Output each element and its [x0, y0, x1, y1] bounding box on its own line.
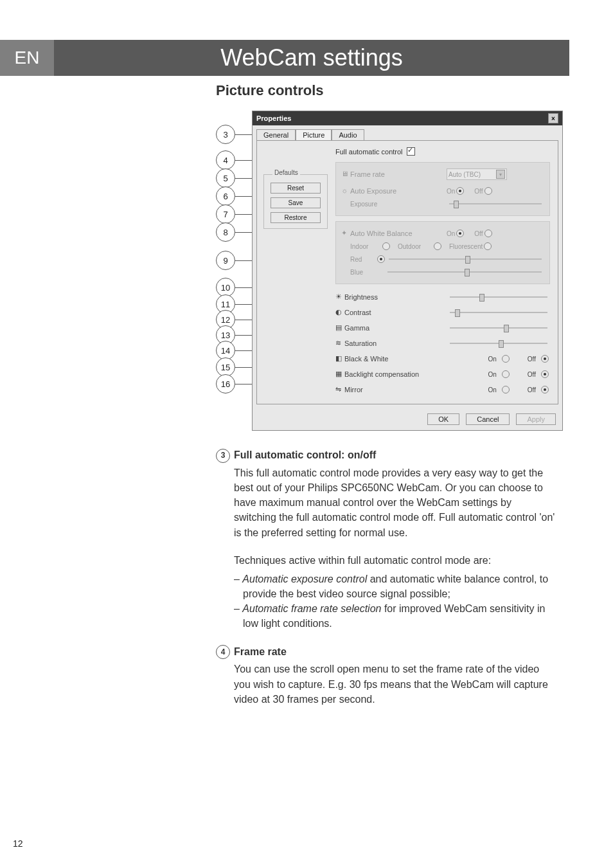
mirror-icon: ⇋	[335, 385, 344, 394]
item3-body: This full automatic control mode provide…	[234, 466, 556, 540]
bl-on-radio[interactable]	[502, 370, 510, 378]
callout-16: 16	[216, 374, 235, 393]
ae-on-radio[interactable]	[456, 187, 464, 195]
exposure-label: Exposure	[350, 201, 447, 208]
fluorescent-label: Fluorescent	[449, 243, 483, 250]
callout-7: 7	[216, 204, 235, 224]
tab-audio[interactable]: Audio	[332, 129, 364, 140]
ae-on-label: On	[447, 188, 455, 195]
blue-slider[interactable]	[387, 271, 542, 273]
tab-picture[interactable]: Picture	[296, 129, 332, 140]
item-3-marker: 3	[216, 449, 230, 463]
full-auto-checkbox[interactable]	[407, 147, 415, 156]
reset-button[interactable]: Reset	[271, 183, 321, 194]
red-label: Red	[350, 256, 376, 263]
awb-on-label: On	[447, 230, 455, 237]
dialog-title: Properties	[256, 114, 291, 122]
item3-techs-intro: Techniques active within full automatic …	[234, 553, 556, 568]
saturation-label: Saturation	[344, 339, 447, 347]
bl-off-label: Off	[528, 371, 536, 378]
bw-off-radio[interactable]	[541, 355, 549, 363]
bw-label: Black & White	[344, 355, 447, 363]
defaults-legend: Defaults	[272, 169, 300, 176]
exposure-slider[interactable]	[449, 203, 542, 204]
callout-3: 3	[216, 125, 235, 144]
language-tab: EN	[0, 40, 54, 76]
gamma-label: Gamma	[344, 324, 447, 332]
mirror-off-radio[interactable]	[541, 386, 549, 393]
frame-rate-label: Frame rate	[350, 170, 447, 178]
contrast-icon: ◐	[335, 308, 344, 317]
callout-6: 6	[216, 186, 235, 206]
frame-rate-dropdown[interactable]: Auto (TBC) ▾	[447, 168, 507, 180]
chevron-down-icon: ▾	[496, 170, 505, 179]
section-title: Picture controls	[216, 82, 323, 99]
awb-off-radio[interactable]	[484, 230, 492, 237]
restore-button[interactable]: Restore	[271, 212, 321, 223]
saturation-slider[interactable]	[450, 343, 547, 344]
outdoor-radio[interactable]	[434, 242, 441, 250]
awb-on-radio[interactable]	[456, 230, 464, 237]
apply-button[interactable]: Apply	[516, 413, 556, 425]
fluorescent-radio[interactable]	[484, 242, 492, 250]
callout-4: 4	[216, 150, 235, 170]
defaults-group: Defaults Reset Save Restore	[263, 174, 328, 229]
bw-on-label: On	[488, 356, 497, 363]
brightness-slider[interactable]	[450, 296, 547, 298]
mirror-label: Mirror	[344, 386, 447, 393]
ok-button[interactable]: OK	[427, 413, 459, 425]
callout-9: 9	[216, 251, 235, 270]
close-icon[interactable]: ×	[548, 113, 558, 123]
item4-heading: Frame rate	[234, 646, 287, 657]
ae-off-label: Off	[474, 188, 483, 195]
item3-heading: Full automatic control: on/off	[234, 449, 376, 460]
mirror-on-radio[interactable]	[502, 386, 510, 393]
properties-dialog: Properties × General Picture Audio Defau…	[252, 111, 563, 431]
contrast-label: Contrast	[344, 309, 447, 316]
awb-off-label: Off	[474, 230, 483, 237]
cancel-button[interactable]: Cancel	[466, 413, 510, 425]
indoor-label: Indoor	[350, 243, 381, 250]
exposure-icon: ☼	[341, 186, 350, 195]
indoor-radio[interactable]	[382, 242, 390, 250]
bw-off-label: Off	[528, 356, 536, 363]
outdoor-label: Outdoor	[398, 243, 432, 250]
callout-5: 5	[216, 168, 235, 188]
contrast-slider[interactable]	[450, 312, 547, 313]
page-number: 12	[13, 838, 23, 849]
auto-exposure-label: Auto Exposure	[350, 187, 447, 195]
save-button[interactable]: Save	[271, 197, 321, 208]
wb-icon: ✦	[341, 229, 350, 238]
gamma-icon: ▤	[335, 323, 344, 332]
bl-off-radio[interactable]	[541, 370, 549, 378]
gamma-slider[interactable]	[450, 327, 547, 329]
bw-on-radio[interactable]	[502, 355, 510, 363]
saturation-icon: ≋	[335, 339, 344, 348]
tech-1: – Automatic exposure control and automat…	[234, 572, 556, 601]
callout-8: 8	[216, 222, 235, 242]
brightness-icon: ☀	[335, 293, 344, 302]
frame-rate-value: Auto (TBC)	[449, 171, 481, 178]
item4-body: You can use the scroll open menu to set …	[234, 662, 556, 707]
blue-label: Blue	[350, 269, 376, 276]
tech-2: – Automatic frame rate selection for imp…	[234, 601, 556, 631]
ae-off-radio[interactable]	[484, 187, 492, 195]
bw-icon: ◧	[335, 354, 344, 363]
chapter-title: WebCam settings	[54, 40, 569, 76]
backlight-label: Backlight compensation	[344, 370, 447, 378]
mirror-off-label: Off	[528, 386, 536, 393]
red-slider[interactable]	[389, 258, 542, 260]
mirror-on-label: On	[488, 386, 497, 393]
bl-on-label: On	[488, 371, 497, 378]
backlight-icon: ▦	[335, 370, 344, 379]
frame-rate-icon: 🖥	[341, 170, 350, 179]
item-4-marker: 4	[216, 645, 230, 659]
body-text: 3Full automatic control: on/off This ful…	[216, 448, 556, 719]
full-auto-label: Full automatic control	[335, 148, 403, 156]
tab-general[interactable]: General	[256, 129, 296, 140]
awb-label: Auto White Balance	[350, 230, 447, 237]
brightness-label: Brightness	[344, 293, 447, 301]
red-radio[interactable]	[377, 255, 385, 263]
